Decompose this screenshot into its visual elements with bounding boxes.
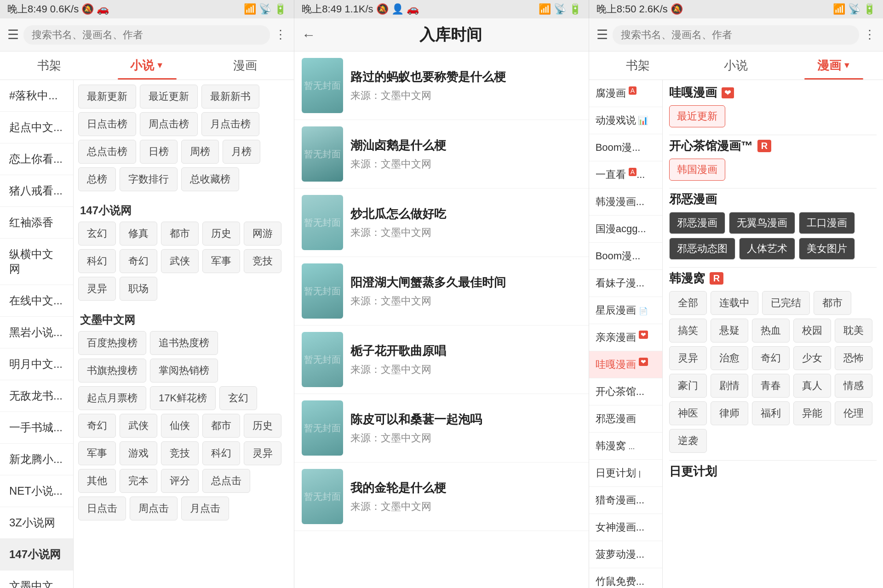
sidebar-item-13[interactable]: 3Z小说网 [0, 507, 73, 539]
sidebar3-item-18[interactable]: 竹鼠免费... [589, 568, 662, 588]
btn-xuanhuan[interactable]: 玄幻 [78, 222, 116, 245]
tab-manga-1[interactable]: 漫画 [196, 51, 294, 80]
sidebar-item-7[interactable]: 黑岩小说... [0, 317, 73, 348]
sidebar-item-6[interactable]: 在线中文... [0, 285, 73, 317]
sidebar-item-11[interactable]: 新龙腾小... [0, 444, 73, 475]
sidebar3-item-8[interactable]: 星辰漫画 📄 [589, 297, 662, 324]
btn-wuyi-manga[interactable]: 无翼鸟漫画 [729, 212, 795, 234]
btn-wenmo-pingfen[interactable]: 评分 [161, 469, 199, 493]
sidebar-item-10[interactable]: 一手书城... [0, 412, 73, 444]
btn-wenmo-kehuan[interactable]: 科幻 [202, 441, 240, 465]
btn-qidian-monthly[interactable]: 起点月票榜 [78, 386, 146, 410]
btn-drama[interactable]: 剧情 [711, 374, 748, 398]
btn-youth[interactable]: 青春 [752, 374, 790, 398]
btn-welfare[interactable]: 福利 [752, 401, 790, 425]
btn-lingyi[interactable]: 灵异 [78, 277, 116, 301]
sidebar-item-14[interactable]: 147小说网 [0, 539, 73, 571]
sidebar-item-3[interactable]: 猪八戒看... [0, 175, 73, 207]
btn-completed[interactable]: 已完结 [762, 291, 810, 315]
sidebar3-item-15[interactable]: 猎奇漫画... [589, 487, 662, 514]
btn-weekly-rank[interactable]: 周榜 [181, 140, 219, 164]
btn-dushi[interactable]: 都市 [161, 222, 199, 245]
sidebar3-item-14[interactable]: 日更计划 | [589, 460, 662, 487]
btn-waga-recent[interactable]: 最近更新 [669, 105, 725, 127]
btn-baidu-hot[interactable]: 百度热搜榜 [78, 331, 146, 355]
btn-kehuan[interactable]: 科幻 [78, 249, 116, 273]
book-item-0[interactable]: 暂无封面 路过的蚂蚁也要称赞是什么梗 来源：文墨中文网 [294, 51, 588, 120]
btn-qihuan[interactable]: 奇幻 [120, 249, 157, 273]
btn-wenmo-dushi[interactable]: 都市 [202, 414, 240, 438]
btn-rich[interactable]: 豪门 [669, 374, 707, 398]
sidebar3-item-5[interactable]: 国漫acgg... [589, 216, 662, 243]
btn-wenmo-daily-click[interactable]: 日点击 [78, 497, 126, 520]
sidebar-item-5[interactable]: 纵横中文网 [0, 239, 73, 285]
book-item-4[interactable]: 暂无封面 栀子花开歌曲原唱 来源：文墨中文网 [294, 325, 588, 394]
btn-zhangyue-hot[interactable]: 掌阅热销榜 [150, 359, 218, 382]
btn-wangyou[interactable]: 网游 [244, 222, 281, 245]
btn-ongoing[interactable]: 连载中 [711, 291, 758, 315]
sidebar3-item-7[interactable]: 看妹子漫... [589, 270, 662, 297]
btn-wenmo-lishi[interactable]: 历史 [244, 414, 281, 438]
sidebar3-item-11[interactable]: 开心茶馆... [589, 378, 662, 405]
sidebar-item-9[interactable]: 无敌龙书... [0, 380, 73, 412]
book-item-6[interactable]: 暂无封面 我的金轮是什么梗 来源：文墨中文网 [294, 462, 588, 531]
btn-school[interactable]: 校园 [793, 319, 831, 343]
btn-terror[interactable]: 恐怖 [835, 346, 872, 370]
btn-weekly-click[interactable]: 周点击榜 [140, 112, 198, 136]
btn-monthly-rank[interactable]: 月榜 [223, 140, 260, 164]
btn-body-art[interactable]: 人体艺术 [739, 238, 795, 260]
btn-wenmo-junshi[interactable]: 军事 [78, 441, 116, 465]
btn-recent-update[interactable]: 最近更新 [140, 85, 198, 108]
more-icon-3[interactable]: ⋮ [864, 28, 876, 42]
btn-gongkou-manga[interactable]: 工口漫画 [799, 212, 855, 234]
btn-total-rank[interactable]: 总榜 [78, 167, 116, 191]
btn-wenmo-total-click[interactable]: 总点击 [202, 469, 250, 493]
menu-icon-1[interactable]: ☰ [7, 27, 19, 42]
btn-wenmo-qita[interactable]: 其他 [78, 469, 116, 493]
btn-urban[interactable]: 都市 [814, 291, 851, 315]
sidebar-item-8[interactable]: 明月中文... [0, 348, 73, 380]
btn-wenmo-qihuan[interactable]: 奇幻 [78, 414, 116, 438]
sidebar-item-4[interactable]: 红袖添香 [0, 207, 73, 239]
more-icon-1[interactable]: ⋮ [275, 28, 287, 42]
btn-jingji[interactable]: 竞技 [244, 249, 281, 273]
btn-action[interactable]: 热血 [752, 319, 790, 343]
btn-doctor[interactable]: 神医 [669, 401, 707, 425]
tab-bookshelf-3[interactable]: 书架 [589, 51, 687, 80]
btn-wenmo-monthly-click[interactable]: 月点击 [181, 497, 229, 520]
btn-emotion[interactable]: 情感 [835, 374, 872, 398]
btn-newest-update[interactable]: 最新更新 [78, 85, 136, 108]
btn-mystery[interactable]: 悬疑 [711, 319, 748, 343]
btn-daily-rank[interactable]: 日榜 [140, 140, 178, 164]
sidebar3-item-13[interactable]: 韩漫窝 ... [589, 433, 662, 460]
sidebar3-item-0[interactable]: 腐漫画 A [589, 80, 662, 107]
btn-comedy[interactable]: 搞笑 [669, 319, 707, 343]
btn-shuqi-hot[interactable]: 书旗热搜榜 [78, 359, 146, 382]
btn-wenmo-wanben[interactable]: 完本 [120, 469, 157, 493]
btn-wenmo-weekly-click[interactable]: 周点击 [130, 497, 178, 520]
btn-xiuzhen[interactable]: 修真 [120, 222, 157, 245]
search-input-3[interactable] [613, 25, 859, 45]
btn-xie-manga[interactable]: 邪恶漫画 [669, 212, 725, 234]
btn-total-click[interactable]: 总点击榜 [78, 140, 136, 164]
search-input-1[interactable] [23, 25, 270, 45]
btn-17k-flower[interactable]: 17K鲜花榜 [150, 386, 216, 410]
back-button[interactable]: ← [302, 27, 315, 43]
btn-wenmo-wuxia[interactable]: 武侠 [120, 414, 157, 438]
btn-word-count[interactable]: 字数排行 [120, 167, 178, 191]
btn-real[interactable]: 真人 [793, 374, 831, 398]
sidebar3-item-12[interactable]: 邪恶漫画 [589, 405, 662, 433]
tab-manga-3[interactable]: 漫画 ▼ [785, 51, 883, 80]
btn-zhuishu-hot[interactable]: 追书热度榜 [150, 331, 218, 355]
btn-superpower[interactable]: 异能 [793, 401, 831, 425]
menu-icon-3[interactable]: ☰ [596, 27, 608, 42]
btn-healing[interactable]: 治愈 [711, 346, 748, 370]
btn-horror[interactable]: 灵异 [669, 346, 707, 370]
sidebar3-item-17[interactable]: 菠萝动漫... [589, 541, 662, 568]
btn-shojo[interactable]: 少女 [793, 346, 831, 370]
sidebar-item-12[interactable]: NET小说... [0, 475, 73, 507]
btn-daily-click[interactable]: 日点击榜 [78, 112, 136, 136]
sidebar3-item-6[interactable]: Boom漫... [589, 243, 662, 270]
sidebar3-item-16[interactable]: 女神漫画... [589, 514, 662, 541]
sidebar3-item-9[interactable]: 亲亲漫画 ❤ [589, 324, 662, 351]
